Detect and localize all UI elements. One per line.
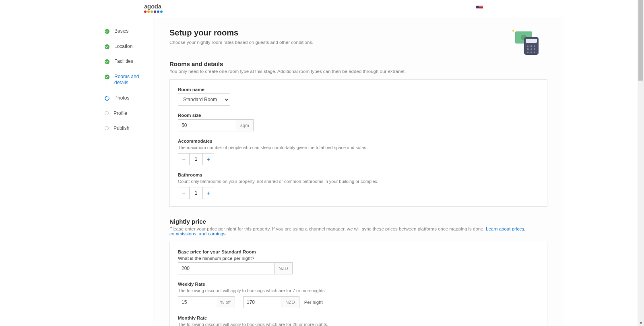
scroll-down-icon[interactable]: ▼ — [639, 321, 643, 325]
plus-button[interactable]: + — [202, 154, 214, 165]
step-label: Basics — [114, 28, 128, 35]
brand-text: agoda — [144, 3, 163, 10]
min-price-input[interactable] — [178, 262, 275, 274]
bathrooms-stepper: − 1 + — [178, 187, 214, 199]
spinner-icon — [104, 95, 111, 102]
circle-icon — [105, 126, 109, 130]
check-icon — [105, 59, 109, 64]
step-photos[interactable]: Photos — [105, 95, 145, 102]
step-rooms-details[interactable]: Rooms and details — [105, 74, 145, 86]
price-heading: Nightly price — [169, 218, 547, 225]
minus-button[interactable]: − — [178, 154, 190, 165]
step-basics[interactable]: Basics — [105, 28, 145, 35]
step-label: Publish — [114, 125, 129, 132]
step-label: Profile — [114, 110, 127, 117]
accommodates-value: 1 — [190, 154, 202, 165]
page-title: Setup your rooms — [169, 28, 313, 37]
step-label: Rooms and details — [114, 74, 145, 86]
rooms-subtext: You only need to create one room type at… — [169, 69, 547, 74]
room-size-label: Room size — [178, 113, 539, 118]
bathrooms-desc: Count only bathrooms on your property, n… — [178, 179, 539, 184]
calculator-illustration-icon: ✦ — [507, 28, 547, 60]
main-content: Setup your rooms Choose your nightly roo… — [153, 16, 564, 326]
step-facilities[interactable]: Facilities — [105, 58, 145, 65]
monthly-rate-label: Monthly Rate — [178, 316, 539, 320]
minus-button[interactable]: − — [178, 187, 190, 199]
step-location[interactable]: Location — [105, 44, 145, 50]
weekly-rate-label: Weekly Rate — [178, 282, 539, 287]
weekly-rate-desc: The following discount will apply to boo… — [178, 288, 539, 293]
check-icon — [105, 44, 109, 49]
room-name-label: Room name — [178, 87, 539, 92]
accommodates-stepper: − 1 + — [178, 153, 214, 165]
brand-dots-icon — [144, 10, 163, 13]
accommodates-label: Accommodates — [178, 139, 539, 143]
per-night-label: Per night — [299, 296, 323, 308]
rooms-heading: Rooms and details — [169, 60, 547, 67]
check-icon — [105, 29, 109, 34]
plus-button[interactable]: + — [202, 187, 214, 199]
monthly-rate-desc: The following discount will apply to boo… — [178, 322, 539, 326]
check-icon — [105, 75, 109, 79]
top-header: agoda — [0, 0, 644, 16]
currency-addon: NZD — [275, 262, 293, 274]
weekly-pct-input[interactable] — [178, 296, 216, 308]
room-size-unit: sqm — [236, 119, 254, 131]
accommodates-desc: The maximum number of people who can sle… — [178, 145, 539, 150]
step-label: Photos — [114, 95, 129, 102]
min-price-label: What is the minimum price per night? — [178, 256, 539, 261]
bathrooms-label: Bathrooms — [178, 172, 539, 177]
step-publish[interactable]: Publish — [105, 125, 145, 132]
pct-off-addon: % off — [216, 296, 235, 308]
rooms-card: Room name Standard Room Room size sqm Ac… — [169, 79, 547, 207]
step-label: Facilities — [114, 58, 133, 65]
progress-sidebar: Basics Location Facilities Rooms and det… — [80, 16, 153, 326]
bathrooms-value: 1 — [190, 187, 202, 199]
scrollbar-thumb[interactable] — [638, 0, 643, 81]
room-name-select[interactable]: Standard Room — [178, 93, 230, 106]
locale-flag-icon[interactable] — [476, 6, 483, 10]
circle-icon — [105, 111, 109, 115]
price-card: Base price for your Standard Room What i… — [169, 242, 547, 326]
price-subtext: Please enter your price per night for th… — [169, 226, 547, 236]
vertical-scrollbar[interactable]: ▲ ▼ — [638, 0, 644, 326]
room-size-input[interactable] — [178, 119, 236, 131]
brand-logo[interactable]: agoda — [144, 3, 163, 13]
base-price-label: Base price for your Standard Room — [178, 249, 539, 254]
step-label: Location — [114, 44, 132, 50]
step-profile[interactable]: Profile — [105, 110, 145, 117]
weekly-rate-input[interactable] — [243, 296, 281, 308]
currency-addon: NZD — [281, 296, 299, 308]
page-subtitle: Choose your nightly room rates based on … — [169, 40, 313, 45]
